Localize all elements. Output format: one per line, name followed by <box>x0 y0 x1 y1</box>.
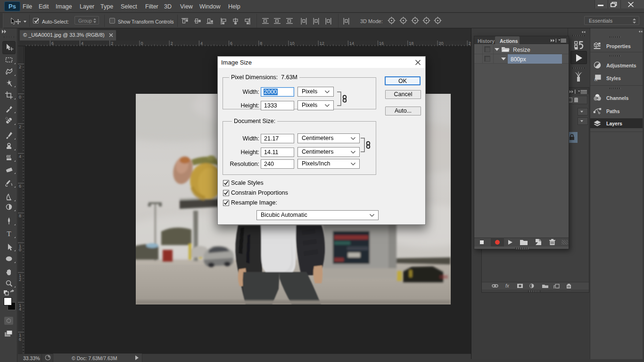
svg-text:6: 6 <box>19 337 21 342</box>
svg-text:12: 12 <box>320 41 324 46</box>
svg-text:8: 8 <box>19 214 21 218</box>
svg-text:18: 18 <box>409 41 413 46</box>
svg-text:2: 2 <box>19 65 21 69</box>
svg-text:fx: fx <box>594 77 598 82</box>
svg-text:4: 4 <box>19 154 21 159</box>
svg-text:14: 14 <box>349 41 354 46</box>
svg-text:fx: fx <box>505 283 510 288</box>
svg-text:10: 10 <box>290 41 295 46</box>
svg-text:T: T <box>7 230 11 238</box>
svg-text:2: 2 <box>19 124 21 129</box>
svg-text:0: 0 <box>19 95 21 99</box>
svg-text:16: 16 <box>379 41 384 46</box>
svg-text:0: 0 <box>19 247 21 252</box>
svg-text:2: 2 <box>19 277 21 282</box>
svg-text:4: 4 <box>19 307 21 312</box>
svg-text:20: 20 <box>439 41 444 46</box>
svg-text:6: 6 <box>19 184 21 189</box>
